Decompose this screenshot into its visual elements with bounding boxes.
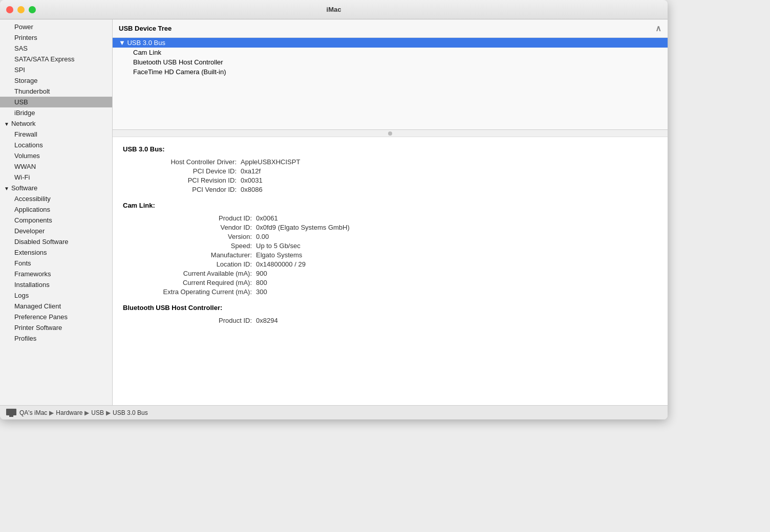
svg-rect-0 <box>6 409 16 415</box>
bluetooth-details: Product ID: 0x8294 <box>123 317 657 324</box>
camlink-title: Cam Link: <box>123 202 657 209</box>
sidebar-item-wifi[interactable]: Wi-Fi <box>0 172 112 183</box>
detail-value-pci-vendor: 0x8086 <box>241 186 657 193</box>
detail-value-hcd: AppleUSBXHCISPT <box>241 158 657 166</box>
breadcrumb-item-3[interactable]: USB 3.0 Bus <box>113 409 148 416</box>
cl-label-vendor: Vendor ID: <box>138 224 256 231</box>
sidebar-item-fonts[interactable]: Fonts <box>0 258 112 269</box>
sidebar-item-extensions[interactable]: Extensions <box>0 247 112 258</box>
bt-value-product: 0x8294 <box>256 317 657 324</box>
detail-area: USB 3.0 Bus: Host Controller Driver: App… <box>113 137 668 405</box>
sidebar-item-disabled-software[interactable]: Disabled Software <box>0 236 112 247</box>
window-title: iMac <box>327 6 341 13</box>
cl-label-product: Product ID: <box>138 214 256 222</box>
sidebar-item-accessibility[interactable]: Accessibility <box>0 193 112 204</box>
tree-row-usb30bus[interactable]: ▼ USB 3.0 Bus <box>113 38 668 48</box>
svg-rect-1 <box>9 415 13 417</box>
breadcrumb-sep-3: ▶ <box>106 409 111 416</box>
tree-row-facetime[interactable]: FaceTime HD Camera (Built-in) <box>113 67 668 77</box>
sidebar-item-developer[interactable]: Developer <box>0 226 112 236</box>
content-header: USB Device Tree ∧ <box>113 19 668 38</box>
cl-value-manufacturer: Elgato Systems <box>256 251 657 259</box>
sidebar-item-printer-software[interactable]: Printer Software <box>0 322 112 333</box>
window-controls[interactable] <box>6 6 36 13</box>
triangle-icon: ▼ <box>4 121 9 127</box>
section-title: USB Device Tree <box>119 25 172 32</box>
sidebar-item-locations[interactable]: Locations <box>0 140 112 150</box>
detail-value-pci-device: 0xa12f <box>241 167 657 175</box>
collapse-icon[interactable]: ∧ <box>655 24 661 33</box>
breadcrumb-item-0[interactable]: QA's iMac <box>19 409 47 416</box>
usb-bus-details: Host Controller Driver: AppleUSBXHCISPT … <box>123 158 657 193</box>
usb-bus-title: USB 3.0 Bus: <box>123 145 657 153</box>
maximize-button[interactable] <box>29 6 36 13</box>
cl-label-current-avail: Current Available (mA): <box>138 270 256 277</box>
sidebar-item-profiles[interactable]: Profiles <box>0 333 112 344</box>
scroll-dot <box>388 131 392 136</box>
cl-value-location: 0x14800000 / 29 <box>256 260 657 268</box>
sidebar-item-managed-client[interactable]: Managed Client <box>0 301 112 312</box>
sidebar: Power Printers SAS SATA/SATA Express SPI… <box>0 19 113 405</box>
detail-value-pci-revision: 0x0031 <box>241 176 657 184</box>
content-area: USB Device Tree ∧ ▼ USB 3.0 Bus Cam Link… <box>113 19 668 405</box>
minimize-button[interactable] <box>17 6 25 13</box>
bottom-bar: QA's iMac ▶ Hardware ▶ USB ▶ USB 3.0 Bus <box>0 405 668 419</box>
cl-value-extra-current: 300 <box>256 288 657 296</box>
cl-value-current-avail: 900 <box>256 270 657 277</box>
sidebar-item-wwan[interactable]: WWAN <box>0 161 112 172</box>
cl-value-vendor: 0x0fd9 (Elgato Systems GmbH) <box>256 224 657 231</box>
titlebar: iMac <box>0 0 668 19</box>
bluetooth-title: Bluetooth USB Host Controller: <box>123 304 657 312</box>
sidebar-item-storage[interactable]: Storage <box>0 75 112 86</box>
sidebar-item-spi[interactable]: SPI <box>0 64 112 75</box>
bt-label-product: Product ID: <box>138 317 256 324</box>
camlink-details: Product ID: 0x0061 Vendor ID: 0x0fd9 (El… <box>123 214 657 296</box>
sidebar-item-thunderbolt[interactable]: Thunderbolt <box>0 86 112 97</box>
cl-label-manufacturer: Manufacturer: <box>138 251 256 259</box>
main-container: Power Printers SAS SATA/SATA Express SPI… <box>0 19 668 405</box>
triangle-icon-software: ▼ <box>4 186 9 191</box>
tree-row-camlink[interactable]: Cam Link <box>113 48 668 57</box>
cl-value-current-req: 800 <box>256 279 657 286</box>
breadcrumb-item-2[interactable]: USB <box>91 409 104 416</box>
breadcrumb-item-1[interactable]: Hardware <box>56 409 82 416</box>
sidebar-item-printers[interactable]: Printers <box>0 32 112 43</box>
breadcrumb-sep-2: ▶ <box>84 409 89 416</box>
sidebar-item-usb[interactable]: USB <box>0 97 112 107</box>
cl-label-version: Version: <box>138 233 256 240</box>
cl-value-product: 0x0061 <box>256 214 657 222</box>
sidebar-item-logs[interactable]: Logs <box>0 290 112 301</box>
sidebar-item-software[interactable]: ▼Software <box>0 183 112 193</box>
sidebar-item-network[interactable]: ▼Network <box>0 118 112 129</box>
cl-value-version: 0.00 <box>256 233 657 240</box>
detail-label-hcd: Host Controller Driver: <box>128 158 241 166</box>
sidebar-item-applications[interactable]: Applications <box>0 204 112 215</box>
scroll-indicator <box>113 130 668 137</box>
screen-icon <box>6 409 16 417</box>
sidebar-item-components[interactable]: Components <box>0 215 112 226</box>
sidebar-item-volumes[interactable]: Volumes <box>0 150 112 161</box>
cl-label-location: Location ID: <box>138 260 256 268</box>
sidebar-item-frameworks[interactable]: Frameworks <box>0 269 112 279</box>
sidebar-item-preference-panes[interactable]: Preference Panes <box>0 312 112 322</box>
sidebar-item-sata[interactable]: SATA/SATA Express <box>0 54 112 64</box>
sidebar-item-power[interactable]: Power <box>0 21 112 32</box>
sidebar-item-firewall[interactable]: Firewall <box>0 129 112 140</box>
close-button[interactable] <box>6 6 13 13</box>
detail-label-pci-revision: PCI Revision ID: <box>128 176 241 184</box>
usb-device-tree[interactable]: ▼ USB 3.0 Bus Cam Link Bluetooth USB Hos… <box>113 38 668 130</box>
cl-label-speed: Speed: <box>138 242 256 250</box>
cl-label-extra-current: Extra Operating Current (mA): <box>138 288 256 296</box>
sidebar-item-ibridge[interactable]: iBridge <box>0 107 112 118</box>
cl-label-current-req: Current Required (mA): <box>138 279 256 286</box>
sidebar-item-sas[interactable]: SAS <box>0 43 112 54</box>
cl-value-speed: Up to 5 Gb/sec <box>256 242 657 250</box>
tree-row-bluetooth-usb[interactable]: Bluetooth USB Host Controller <box>113 57 668 67</box>
breadcrumb-sep-1: ▶ <box>49 409 54 416</box>
sidebar-item-installations[interactable]: Installations <box>0 279 112 290</box>
detail-label-pci-device: PCI Device ID: <box>128 167 241 175</box>
detail-label-pci-vendor: PCI Vendor ID: <box>128 186 241 193</box>
